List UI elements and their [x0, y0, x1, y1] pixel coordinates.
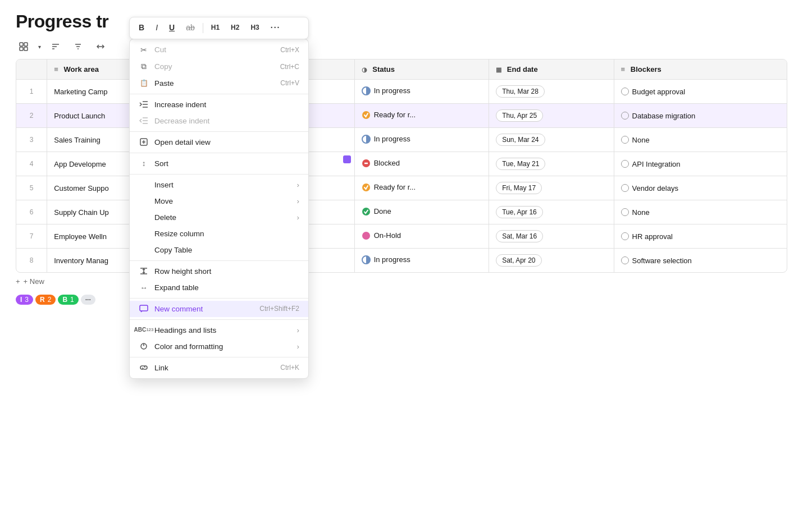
blocker-item: None [621, 136, 780, 144]
avatar-r[interactable]: R 2 [35, 295, 56, 305]
status-text: In progress [374, 86, 410, 95]
context-menu-overlay: B I U ab H1 H2 H3 ··· ✂ Cut Ctrl+X ⧉ Cop… [129, 17, 309, 309]
resize-column-menu-item[interactable]: Resize column [130, 226, 308, 242]
new-comment-menu-item[interactable]: New comment Ctrl+Shift+F2 [130, 301, 308, 309]
col-header-status[interactable]: ◑ Status [354, 59, 489, 80]
status-text: In progress [374, 135, 410, 143]
move-menu-item[interactable]: Move › [130, 193, 308, 209]
col-header-num [16, 59, 47, 80]
end-date-badge: Sun, Mar 24 [496, 134, 545, 146]
row-height-icon [139, 267, 149, 275]
menu-sep-4 [130, 174, 308, 175]
blocker-text: Vendor delays [632, 184, 678, 192]
bold-button[interactable]: B [135, 21, 148, 35]
end-date-cell[interactable]: Thu, Apr 25 [489, 104, 614, 128]
blocker-item: Vendor delays [621, 184, 780, 192]
increase-indent-menu-item[interactable]: Increase indent [130, 97, 308, 113]
end-date-cell[interactable]: Thu, Mar 28 [489, 80, 614, 104]
menu-sep-2 [130, 131, 308, 132]
blocker-circle-icon [621, 256, 629, 264]
blocker-cell[interactable]: HR approval [614, 224, 787, 249]
sort-menu-item[interactable]: ↕ Sort [130, 155, 308, 172]
col-header-end-date[interactable]: ▦ End date [489, 59, 614, 80]
end-date-cell[interactable]: Sat, Mar 16 [489, 224, 614, 249]
blocker-cell[interactable]: None [614, 128, 787, 152]
underline-button[interactable]: U [166, 21, 178, 35]
delete-menu-item[interactable]: Delete › [130, 209, 308, 226]
avatar-i[interactable]: I 3 [16, 295, 33, 305]
copy-table-menu-item[interactable]: Copy Table [130, 242, 308, 258]
decrease-indent-menu-item[interactable]: Decrease indent [130, 113, 308, 129]
row-number: 5 [16, 176, 47, 200]
filter-icon[interactable] [70, 39, 86, 54]
col-header-blockers[interactable]: ≡ Blockers [614, 59, 787, 80]
avatar-b[interactable]: B 1 [58, 295, 78, 305]
insert-menu-item[interactable]: Insert › [130, 177, 308, 193]
blocker-text: API Integration [632, 160, 681, 168]
toolbar: ▾ [0, 36, 803, 59]
expand-table-menu-item[interactable]: ↔ Expand table [130, 279, 308, 296]
blocker-cell[interactable]: Budget approval [614, 80, 787, 104]
dropdown-chevron-icon[interactable]: ▾ [38, 44, 41, 50]
cut-menu-item[interactable]: ✂ Cut Ctrl+X [130, 42, 308, 58]
status-cell[interactable]: On-Hold [354, 224, 489, 249]
end-date-cell[interactable]: Sat, Apr 20 [489, 249, 614, 273]
blocker-item: None [621, 208, 780, 217]
paste-menu-item[interactable]: 📋 Paste Ctrl+V [130, 75, 308, 91]
status-cell[interactable]: In progress [354, 249, 489, 273]
blocker-cell[interactable]: Vendor delays [614, 176, 787, 200]
blocker-item: Software selection [621, 256, 780, 265]
blocker-circle-icon [621, 88, 629, 95]
avatar-more[interactable]: ··· [81, 295, 95, 305]
sort-icon[interactable] [48, 39, 63, 54]
status-cell[interactable]: Ready for r... [354, 104, 489, 128]
end-date-cell[interactable]: Sun, Mar 24 [489, 128, 614, 152]
strikethrough-button[interactable]: ab [182, 21, 198, 35]
copy-label: Copy [154, 62, 172, 71]
sort-menu-icon: ↕ [139, 159, 149, 168]
menu-sep-5 [130, 260, 308, 261]
new-comment-shortcut: Ctrl+Shift+F2 [259, 305, 299, 309]
status-cell[interactable]: Blocked [354, 152, 489, 176]
increase-indent-label: Increase indent [154, 100, 206, 109]
more-formatting-button[interactable]: ··· [267, 21, 284, 35]
blocker-cell[interactable]: API Integration [614, 152, 787, 176]
table-icon[interactable] [16, 39, 31, 54]
blocker-cell[interactable]: None [614, 200, 787, 224]
h1-button[interactable]: H1 [208, 21, 223, 34]
expand-table-label: Expand table [154, 283, 199, 292]
svg-point-12 [362, 111, 370, 119]
footer-avatars: I 3 R 2 B 1 ··· [0, 290, 803, 309]
open-detail-view-menu-item[interactable]: Open detail view [130, 134, 308, 150]
svg-point-16 [362, 184, 370, 191]
menu-sep-3 [130, 153, 308, 153]
end-date-cell[interactable]: Fri, May 17 [489, 176, 614, 200]
end-date-cell[interactable]: Tue, Apr 16 [489, 200, 614, 224]
status-cell[interactable]: In progress [354, 80, 489, 104]
plus-icon: + [16, 277, 20, 286]
end-date-cell[interactable]: Tue, May 21 [489, 152, 614, 176]
blocker-circle-icon [621, 208, 629, 216]
status-cell[interactable]: Ready for r... [354, 176, 489, 200]
h2-button[interactable]: H2 [227, 21, 243, 34]
copy-menu-item[interactable]: ⧉ Copy Ctrl+C [130, 58, 308, 75]
blocker-circle-icon [621, 184, 629, 192]
new-comment-label: New comment [154, 305, 203, 309]
expand-icon[interactable] [93, 39, 108, 54]
status-cell[interactable]: In progress [354, 128, 489, 152]
blocker-cell[interactable]: Database migration [614, 104, 787, 128]
new-row-button[interactable]: + + New [0, 273, 803, 290]
blocker-text: Software selection [632, 256, 692, 265]
end-date-badge: Sat, Apr 20 [496, 254, 541, 267]
insert-label: Insert [154, 181, 174, 189]
italic-button[interactable]: I [152, 21, 161, 35]
status-cell[interactable]: Done [354, 200, 489, 224]
status-text: Ready for r... [374, 183, 416, 191]
blocker-cell[interactable]: Software selection [614, 249, 787, 273]
row-height-menu-item[interactable]: Row height short [130, 263, 308, 279]
row-number: 8 [16, 249, 47, 273]
delete-arrow-icon: › [297, 213, 300, 222]
blocker-circle-icon [621, 160, 629, 168]
blocker-text: Budget approval [632, 88, 686, 96]
h3-button[interactable]: H3 [247, 21, 262, 34]
